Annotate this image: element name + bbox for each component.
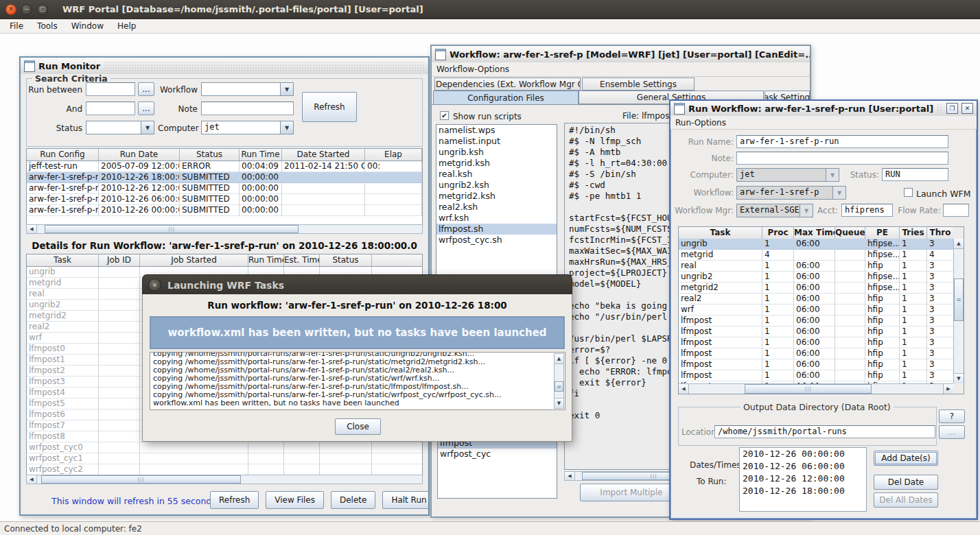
- close-icon[interactable]: ✕: [5, 4, 16, 15]
- column-header[interactable]: Task: [27, 254, 99, 266]
- list-item[interactable]: 2010-12-26 12:00:00: [740, 473, 866, 485]
- table-row[interactable]: lfmpost106:00hfip13: [679, 337, 953, 348]
- scroll-up-icon[interactable]: ▲: [555, 354, 563, 364]
- acct-input[interactable]: hfiprens: [841, 204, 893, 217]
- column-header[interactable]: Task: [679, 227, 762, 239]
- list-item[interactable]: ungrib.ksh: [436, 147, 557, 158]
- menu-item[interactable]: Tools: [30, 21, 65, 31]
- table-row[interactable]: jeff-test-run2005-07-09 12:00:00.0ERROR0…: [27, 161, 422, 172]
- location-input[interactable]: /whome/jssmith/portal-runs: [714, 425, 935, 438]
- column-header[interactable]: Run Time: [240, 149, 282, 160]
- scroll-left-icon[interactable]: ◀: [679, 384, 689, 394]
- note-input[interactable]: [201, 102, 294, 115]
- column-header[interactable]: Max Time: [794, 227, 835, 239]
- list-item[interactable]: real2.ksh: [436, 202, 557, 213]
- chevron-down-icon[interactable]: ▼: [141, 121, 154, 134]
- column-header[interactable]: Job Started: [140, 254, 248, 266]
- list-item[interactable]: real.ksh: [436, 169, 557, 180]
- footer-button[interactable]: View Files: [266, 491, 324, 509]
- table-row[interactable]: arw-fer-1-sref-p-r...2010-12-26 12:00:00…: [27, 183, 422, 194]
- list-item[interactable]: metgrid.ksh: [436, 158, 557, 169]
- close-icon[interactable]: ✕: [961, 103, 973, 114]
- chevron-down-icon[interactable]: ▼: [280, 83, 293, 95]
- scroll-left-icon[interactable]: ◀: [565, 472, 575, 480]
- table-row[interactable]: ungrib106:00hfipse...13: [679, 239, 953, 250]
- table-row[interactable]: lfmpost106:00hfip13: [679, 316, 953, 326]
- restore-icon[interactable]: ❐: [946, 103, 958, 114]
- table-row[interactable]: lfmpost106:00hfip13: [679, 326, 953, 337]
- del-date-button[interactable]: Del Date: [874, 475, 938, 490]
- flow-rate-input[interactable]: [943, 204, 969, 217]
- column-header[interactable]: PE: [865, 227, 900, 239]
- close-button[interactable]: Close: [335, 418, 381, 435]
- scroll-up-icon[interactable]: ▲: [954, 239, 964, 249]
- scrollbar-thumb[interactable]: [41, 475, 242, 484]
- run-name-input[interactable]: arw-fer-1-sref-p-run: [736, 135, 948, 148]
- menu-item[interactable]: Window: [65, 21, 110, 31]
- scrollbar-thumb[interactable]: [45, 225, 299, 233]
- add-dates-button[interactable]: Add Date(s): [874, 451, 938, 466]
- column-header[interactable]: Proc: [762, 227, 794, 239]
- list-item[interactable]: lfmpost.sh: [436, 224, 557, 235]
- scroll-left-icon[interactable]: ◀: [27, 475, 37, 484]
- workflow-options-menu[interactable]: Workflow-Options: [432, 64, 514, 74]
- table-row[interactable]: wrfpost_cyc2: [27, 464, 422, 475]
- column-header[interactable]: Run Date: [99, 149, 180, 160]
- list-item[interactable]: wrfpost_cyc.sh: [436, 235, 557, 246]
- list-item[interactable]: 2010-12-26 18:00:00: [740, 485, 866, 497]
- maximize-icon[interactable]: ▢: [37, 4, 48, 15]
- column-header[interactable]: Run Time: [248, 254, 284, 266]
- column-header[interactable]: Job ID: [99, 254, 140, 266]
- table-row[interactable]: wrfpost_cyc0: [27, 442, 422, 453]
- table-row[interactable]: ungrib2106:00hfipse...13: [679, 272, 953, 283]
- table-row[interactable]: real2106:00hfip13: [679, 294, 953, 305]
- run-options-menu[interactable]: Run-Options: [670, 118, 731, 128]
- table-row[interactable]: real106:00hfip13: [679, 261, 953, 272]
- tab-ensemble-settings[interactable]: Ensemble Settings: [582, 78, 695, 91]
- table-row[interactable]: arw-fer-1-sref-p-r...2010-12-26 06:00:00…: [27, 194, 422, 205]
- table-row[interactable]: lfmpost106:00hfip13: [679, 348, 953, 359]
- table-row[interactable]: metgrid2106:00hfipse...13: [679, 283, 953, 294]
- column-header[interactable]: Queue: [835, 227, 865, 239]
- column-header[interactable]: Thro: [927, 227, 953, 239]
- run-between-input[interactable]: [86, 82, 135, 96]
- column-header[interactable]: Est. Time: [284, 254, 320, 266]
- list-item[interactable]: 2010-12-26 00:00:00: [740, 448, 866, 460]
- close-icon[interactable]: ✕: [148, 278, 161, 292]
- footer-button[interactable]: Halt Run: [382, 491, 428, 509]
- menu-item[interactable]: File: [3, 21, 30, 31]
- workflow-combo[interactable]: ▼: [201, 82, 294, 96]
- show-run-scripts-checkbox[interactable]: ✔: [440, 111, 449, 120]
- status-combo[interactable]: ▼: [86, 121, 154, 134]
- tab-task-dependencies[interactable]: Task Dependencies (Ext. Workflow Mgr Onl…: [434, 78, 581, 91]
- scrollbar-thumb[interactable]: [954, 278, 964, 321]
- footer-button[interactable]: Refresh: [210, 491, 259, 509]
- run-between-browse-button[interactable]: ...: [138, 82, 154, 96]
- status-input[interactable]: RUN: [882, 168, 948, 181]
- and-browse-button[interactable]: ...: [138, 102, 154, 115]
- column-header[interactable]: Run Config: [27, 149, 99, 160]
- footer-button[interactable]: Delete: [331, 491, 375, 509]
- column-header[interactable]: Status: [180, 149, 240, 160]
- list-item[interactable]: namelist.wps: [436, 125, 557, 136]
- table-row[interactable]: wrf106:00hfip13: [679, 305, 953, 316]
- minimize-icon[interactable]: −: [21, 4, 32, 15]
- menu-item[interactable]: Help: [110, 21, 143, 31]
- list-item[interactable]: ungrib2.ksh: [436, 180, 557, 191]
- log-output[interactable]: copying /whome/jssmith/portal-runs/arw-f…: [150, 352, 565, 410]
- table-row[interactable]: arw-fer-1-sref-p-r...2010-12-26 00:00:00…: [27, 205, 422, 216]
- column-header[interactable]: Date Started: [282, 149, 365, 160]
- table-row[interactable]: wrfpost_cyc1: [27, 453, 422, 464]
- table-row[interactable]: lfmpost106:00hfip13: [679, 370, 953, 381]
- list-item[interactable]: wrfpost_cyc: [438, 449, 557, 460]
- note-input[interactable]: [736, 152, 948, 165]
- column-header[interactable]: Tries: [900, 227, 927, 239]
- list-item[interactable]: 2010-12-26 06:00:00: [740, 460, 866, 473]
- launch-wfm-checkbox[interactable]: [904, 188, 913, 197]
- scroll-right-icon[interactable]: ▶: [943, 384, 953, 394]
- scroll-down-icon[interactable]: ▼: [954, 373, 964, 383]
- scroll-down-icon[interactable]: ▼: [555, 398, 563, 408]
- list-item[interactable]: wrf.ksh: [436, 213, 557, 224]
- and-input[interactable]: [86, 102, 135, 115]
- help-button[interactable]: ?: [939, 409, 965, 423]
